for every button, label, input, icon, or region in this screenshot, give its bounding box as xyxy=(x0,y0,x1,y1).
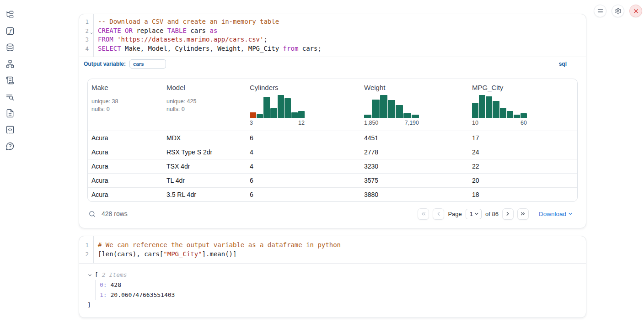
python-cell-output: [ 2 Items 0: 428 1: 20.060747663551403 ] xyxy=(79,263,586,317)
cell-mpg-city: 22 xyxy=(468,159,577,173)
line-number: 4 xyxy=(79,44,93,53)
python-code-editor[interactable]: 1 # We can reference the output variable… xyxy=(79,236,586,263)
chevron-down-icon xyxy=(474,211,479,217)
code-token: Make, Model, Cylinders, Weight, MPG_City xyxy=(121,45,283,52)
cell-mpg-city: 20 xyxy=(468,174,577,187)
left-sidebar: ƒ xyxy=(0,0,20,333)
histogram-bar xyxy=(472,103,478,118)
datasources-icon[interactable] xyxy=(5,43,15,52)
page-number-select[interactable]: 1 xyxy=(466,209,482,219)
data-table: Make unique: 38nulls: 0 Model unique: 42… xyxy=(87,79,578,202)
first-page-button[interactable] xyxy=(418,208,429,220)
axis-min-label: 10 xyxy=(472,120,478,126)
close-bracket: ] xyxy=(87,300,578,310)
item-value: 428 xyxy=(110,281,121,288)
histogram-bar xyxy=(298,111,305,118)
snippets-icon[interactable] xyxy=(5,125,15,134)
list-output-items: 0: 428 1: 20.060747663551403 xyxy=(95,280,578,300)
column-label: Cylinders xyxy=(250,84,357,91)
documentation-icon[interactable] xyxy=(5,109,15,118)
search-icon[interactable] xyxy=(88,210,96,218)
histogram-bar xyxy=(263,97,270,118)
code-token: ; xyxy=(263,36,267,43)
histogram-bar xyxy=(372,100,379,118)
column-header-weight[interactable]: Weight 1,8507,190 xyxy=(360,79,468,131)
code-token: as xyxy=(209,27,217,34)
sql-code-editor[interactable]: 1 -- Download a CSV and create an in-mem… xyxy=(79,14,586,57)
unique-count: unique: 425 xyxy=(166,98,242,106)
list-output-header: [ 2 Items xyxy=(87,270,578,280)
cell-make: Acura xyxy=(88,188,163,201)
notebook: 1 -- Download a CSV and create an in-mem… xyxy=(79,14,586,325)
cell-mpg-city: 18 xyxy=(468,188,577,201)
axis-max-label: 7,190 xyxy=(405,120,419,126)
next-page-button[interactable] xyxy=(502,208,514,220)
help-icon[interactable] xyxy=(5,142,15,151)
cell-weight: 2778 xyxy=(360,145,468,159)
functions-icon[interactable]: ƒ xyxy=(5,26,15,36)
cell-cylinders: 6 xyxy=(246,131,360,145)
column-header-model[interactable]: Model unique: 425nulls: 0 xyxy=(163,79,246,131)
code-line: 3 FROM 'https://datasets.marimo.app/cars… xyxy=(79,35,586,44)
page-total-label: of 86 xyxy=(485,211,499,217)
dependency-graph-icon[interactable] xyxy=(5,59,15,69)
code-token: [len(cars), cars[ xyxy=(98,250,163,258)
output-variable-label: Output variable: xyxy=(84,61,126,67)
code-line: 2 CREATE OR replace TABLE cars as xyxy=(79,26,586,36)
last-page-button[interactable] xyxy=(517,208,529,220)
cell-mpg-city: 17 xyxy=(468,131,577,145)
table-row: Acura RSX Type S 2dr 4 2778 24 xyxy=(88,145,577,159)
cell-cylinders: 6 xyxy=(246,174,360,187)
code-token: from xyxy=(283,45,299,52)
settings-gear-icon[interactable] xyxy=(612,5,624,17)
code-line: 4 SELECT Make, Model, Cylinders, Weight,… xyxy=(79,44,586,53)
close-icon[interactable] xyxy=(629,5,642,17)
top-actions xyxy=(594,5,642,17)
cell-model: TSX 4dr xyxy=(163,159,246,173)
code-line: 1 -- Download a CSV and create an in-mem… xyxy=(79,17,586,26)
scratchpad-icon[interactable] xyxy=(5,76,15,85)
code-token: TABLE xyxy=(167,27,187,34)
code-token xyxy=(113,36,117,43)
line-number: 2 xyxy=(79,250,93,259)
logs-icon[interactable] xyxy=(5,92,15,101)
language-badge: sql xyxy=(559,61,567,67)
collapse-chevron-icon[interactable] xyxy=(87,273,92,278)
menu-icon[interactable] xyxy=(594,5,606,17)
histogram-bar xyxy=(403,113,411,118)
code-token: cars xyxy=(187,27,210,34)
histogram-bar xyxy=(493,101,499,118)
line-number: 1 xyxy=(79,17,93,26)
histogram-bar xyxy=(388,100,395,118)
null-count: nulls: 0 xyxy=(91,106,159,113)
null-count: nulls: 0 xyxy=(166,106,242,113)
cell-model: MDX xyxy=(163,131,246,145)
previous-page-button[interactable] xyxy=(433,208,444,220)
cell-cylinders: 4 xyxy=(246,145,360,159)
line-number: 3 xyxy=(79,35,93,44)
column-header-mpg-city[interactable]: MPG_City 1060 xyxy=(468,79,577,131)
histogram-bar xyxy=(284,98,291,118)
cell-weight: 3880 xyxy=(360,188,468,201)
python-cell: 1 # We can reference the output variable… xyxy=(79,236,586,318)
code-token: SELECT xyxy=(98,45,121,52)
histogram-bar xyxy=(257,114,263,118)
column-header-cylinders[interactable]: Cylinders 312 xyxy=(246,79,360,131)
cell-make: Acura xyxy=(88,131,163,145)
column-header-make[interactable]: Make unique: 38nulls: 0 xyxy=(88,79,163,131)
cylinders-histogram: 312 xyxy=(250,95,305,126)
cell-meta-bar: Output variable: sql xyxy=(79,57,586,71)
download-button[interactable]: Download xyxy=(539,211,573,217)
output-variable-input[interactable] xyxy=(129,59,166,69)
histogram-bar xyxy=(412,115,419,118)
table-row: Acura MDX 6 4451 17 xyxy=(88,131,577,145)
histogram-axis-labels: 1060 xyxy=(472,120,527,126)
item-index: 1: xyxy=(100,291,107,298)
file-tree-icon[interactable] xyxy=(5,10,15,19)
code-token: # We can reference the output variable a… xyxy=(98,241,341,248)
histogram-bar xyxy=(291,112,298,118)
column-label: MPG_City xyxy=(472,84,574,91)
chevron-down-icon xyxy=(568,211,573,217)
cell-cylinders: 4 xyxy=(246,159,360,173)
cell-mpg-city: 24 xyxy=(468,145,577,159)
